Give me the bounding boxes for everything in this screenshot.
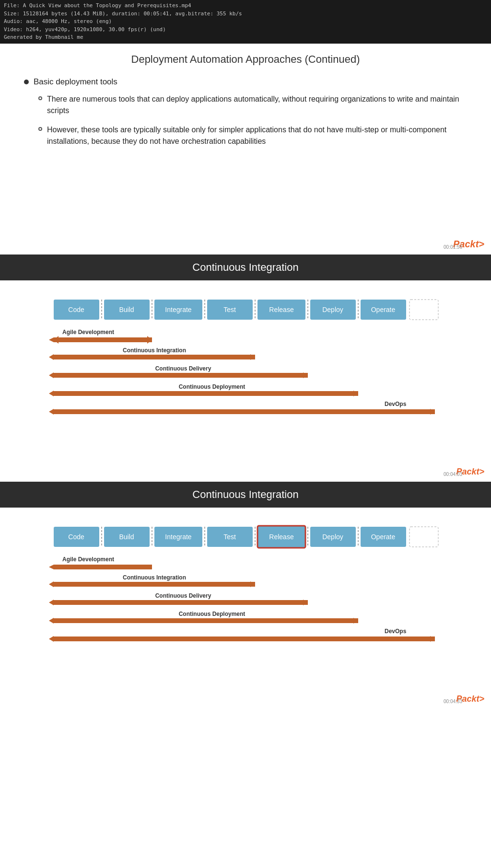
svg-text:Operate: Operate: [371, 306, 396, 313]
timestamp-1: 00:01:56: [444, 244, 462, 250]
timestamp-3: 00:04:33: [444, 699, 462, 704]
sub-bullet-list: There are numerous tools that can deploy…: [38, 93, 467, 147]
svg-text:Code: Code: [68, 306, 84, 313]
svg-text:Build: Build: [119, 533, 134, 541]
svg-text:Build: Build: [119, 306, 134, 313]
svg-marker-39: [49, 391, 54, 396]
list-item: However, these tools are typically suita…: [38, 124, 467, 147]
svg-text:Continuous Delivery: Continuous Delivery: [155, 592, 211, 599]
svg-text:Test: Test: [223, 533, 236, 541]
svg-text:Integrate: Integrate: [165, 533, 191, 541]
svg-rect-65: [409, 527, 438, 547]
svg-text:Operate: Operate: [371, 533, 396, 541]
ci-diagram-1: Code Build Integrate Test Release Deploy…: [0, 280, 491, 482]
svg-text:Code: Code: [68, 533, 84, 541]
main-bullet: Basic deployment tools: [24, 77, 467, 87]
ci-header-1: Continuous Integration: [0, 255, 491, 280]
svg-text:Release: Release: [269, 533, 294, 541]
svg-text:Agile Development: Agile Development: [62, 329, 114, 336]
deployment-section: Deployment Automation Approaches (Contin…: [0, 44, 491, 255]
sub-bullet-1: There are numerous tools that can deploy…: [47, 93, 467, 116]
svg-marker-68: [49, 565, 54, 569]
ci-svg-2: Code Build Integrate Test Release Deploy…: [49, 522, 442, 694]
svg-text:Integrate: Integrate: [165, 306, 191, 313]
svg-text:DevOps: DevOps: [385, 628, 407, 635]
ci-diagram-2: Code Build Integrate Test Release Deploy…: [0, 508, 491, 709]
svg-text:Continuous Integration: Continuous Integration: [123, 347, 186, 354]
svg-marker-31: [49, 354, 54, 360]
svg-rect-20: [409, 300, 438, 320]
svg-marker-84: [49, 636, 54, 642]
svg-text:Continuous Deployment: Continuous Deployment: [179, 383, 246, 390]
svg-text:Deploy: Deploy: [322, 533, 343, 541]
svg-marker-76: [49, 600, 54, 605]
svg-text:Release: Release: [269, 306, 294, 313]
main-bullet-text: Basic deployment tools: [34, 77, 117, 87]
svg-text:Deploy: Deploy: [322, 306, 343, 313]
svg-text:Continuous Deployment: Continuous Deployment: [179, 611, 246, 617]
sub-bullet-2: However, these tools are typically suita…: [47, 124, 467, 147]
svg-marker-43: [49, 409, 54, 415]
svg-text:DevOps: DevOps: [385, 401, 407, 407]
svg-text:Continuous Integration: Continuous Integration: [123, 574, 186, 581]
file-info-line1: File: A Quick View about the Topology an…: [4, 2, 487, 10]
svg-text:Continuous Delivery: Continuous Delivery: [155, 365, 211, 372]
timestamp-2: 00:04:03: [444, 472, 462, 477]
svg-marker-80: [49, 618, 54, 624]
sub-circle-icon: [38, 127, 42, 131]
svg-text:Agile Development: Agile Development: [62, 556, 114, 563]
svg-text:Test: Test: [223, 306, 236, 313]
file-info-line4: Video: h264, yuv420p, 1920x1080, 30.00 f…: [4, 26, 487, 34]
ci-svg-1: Code Build Integrate Test Release Deploy…: [49, 295, 442, 467]
bullet-dot-icon: [24, 80, 29, 84]
list-item: There are numerous tools that can deploy…: [38, 93, 467, 116]
ci-header-2: Continuous Integration: [0, 482, 491, 508]
svg-marker-72: [49, 581, 54, 587]
file-info-line3: Audio: aac, 48000 Hz, stereo (eng): [4, 18, 487, 26]
svg-marker-27: [49, 337, 54, 342]
sub-circle-icon: [38, 96, 42, 100]
svg-marker-35: [49, 372, 54, 378]
file-info-bar: File: A Quick View about the Topology an…: [0, 0, 491, 44]
file-info-line5: Generated by Thumbnail me: [4, 34, 487, 42]
deployment-title: Deployment Automation Approaches (Contin…: [24, 53, 467, 66]
file-info-line2: Size: 15128164 bytes (14.43 MiB), durati…: [4, 10, 487, 18]
